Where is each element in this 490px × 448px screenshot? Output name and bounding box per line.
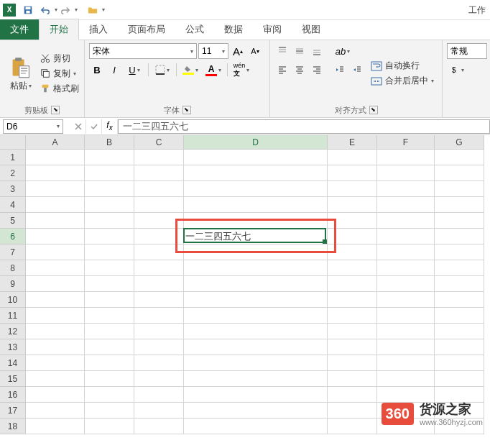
cell[interactable] (328, 403, 377, 419)
row-header[interactable]: 18 (0, 419, 26, 434)
paste-button[interactable]: 粘贴▾ (10, 80, 32, 92)
row-header[interactable]: 16 (0, 387, 26, 403)
cell[interactable] (26, 229, 85, 244)
cell[interactable] (377, 244, 435, 260)
cell[interactable] (328, 229, 377, 244)
cell[interactable] (134, 324, 184, 339)
tab-view[interactable]: 视图 (292, 19, 330, 40)
formula-input[interactable]: 一二三四五六七 (118, 119, 490, 134)
cell[interactable] (328, 292, 377, 308)
column-header[interactable]: C (134, 135, 184, 150)
cell[interactable] (377, 324, 435, 339)
cell[interactable] (435, 150, 484, 165)
cell[interactable] (328, 355, 377, 371)
cell[interactable] (328, 150, 377, 165)
row-header[interactable]: 8 (0, 260, 26, 276)
tab-formulas[interactable]: 公式 (175, 19, 214, 40)
tab-file[interactable]: 文件 (0, 19, 39, 40)
cell[interactable] (26, 371, 85, 387)
cell[interactable] (328, 419, 377, 434)
format-painter-button[interactable]: 格式刷 (40, 83, 79, 95)
align-left-button[interactable] (274, 62, 290, 78)
cell[interactable] (328, 165, 377, 181)
cell[interactable] (85, 419, 134, 434)
row-header[interactable]: 11 (0, 308, 26, 324)
cell[interactable] (85, 355, 134, 371)
cell[interactable] (435, 355, 484, 371)
cell[interactable] (85, 181, 134, 197)
cell[interactable] (435, 244, 484, 260)
enter-formula-button[interactable] (86, 119, 102, 134)
align-center-button[interactable] (292, 62, 308, 78)
font-size-select[interactable]: 11▾ (198, 43, 228, 59)
row-header[interactable]: 17 (0, 403, 26, 419)
align-middle-button[interactable] (292, 43, 308, 59)
cell[interactable] (435, 181, 484, 197)
cell[interactable] (85, 150, 134, 165)
cell[interactable] (134, 355, 184, 371)
cell[interactable] (377, 165, 435, 181)
orientation-button[interactable]: ab▾ (332, 43, 353, 59)
font-color-button[interactable]: A▾ (203, 62, 224, 78)
tab-insert[interactable]: 插入 (79, 19, 118, 40)
cell[interactable] (377, 229, 435, 244)
cell[interactable] (184, 181, 328, 197)
clipboard-launcher[interactable]: ⬊ (51, 106, 60, 114)
cell[interactable] (134, 419, 184, 434)
cell[interactable] (26, 150, 85, 165)
cell[interactable] (85, 324, 134, 339)
select-all-corner[interactable] (0, 135, 26, 150)
open-dropdown-icon[interactable]: ▾ (102, 6, 105, 13)
column-header[interactable]: A (26, 135, 85, 150)
cell[interactable] (26, 292, 85, 308)
cut-button[interactable]: 剪切 (40, 52, 79, 65)
row-header[interactable]: 3 (0, 181, 26, 197)
cell[interactable] (184, 213, 328, 229)
cell[interactable] (26, 276, 85, 292)
cell[interactable] (134, 165, 184, 181)
paste-icon[interactable] (10, 55, 32, 80)
align-launcher[interactable]: ⬊ (369, 106, 378, 114)
cell[interactable] (377, 292, 435, 308)
cell[interactable] (134, 387, 184, 403)
row-header[interactable]: 14 (0, 355, 26, 371)
cell[interactable] (184, 387, 328, 403)
cell[interactable] (184, 355, 328, 371)
cell[interactable] (184, 276, 328, 292)
row-header[interactable]: 10 (0, 292, 26, 308)
cell[interactable] (85, 339, 134, 355)
name-box[interactable]: D6▾ (3, 119, 63, 134)
cell[interactable] (85, 371, 134, 387)
cell[interactable] (328, 324, 377, 339)
cell[interactable] (184, 197, 328, 213)
align-right-button[interactable] (309, 62, 325, 78)
cell[interactable]: 一二三四五六七 (184, 229, 328, 244)
spreadsheet-grid[interactable]: ABCDEFG123456789101112131415161718一二三四五六… (0, 135, 490, 434)
cell[interactable] (328, 244, 377, 260)
wrap-text-button[interactable]: 自动换行 (371, 60, 434, 72)
cell[interactable] (435, 197, 484, 213)
row-header[interactable]: 12 (0, 324, 26, 339)
cell[interactable] (85, 197, 134, 213)
cell[interactable] (134, 260, 184, 276)
decrease-indent-button[interactable] (332, 62, 348, 78)
row-header[interactable]: 7 (0, 244, 26, 260)
cell[interactable] (328, 308, 377, 324)
cell[interactable] (85, 276, 134, 292)
decrease-font-button[interactable]: A▾ (247, 43, 263, 59)
cell[interactable] (435, 339, 484, 355)
cell[interactable] (328, 181, 377, 197)
phonetic-button[interactable]: wén文▾ (231, 62, 252, 78)
qat-open-button[interactable] (85, 2, 101, 18)
cell[interactable] (85, 244, 134, 260)
column-header[interactable]: D (184, 135, 328, 150)
column-header[interactable]: B (85, 135, 134, 150)
qat-save-button[interactable] (20, 2, 36, 18)
column-header[interactable]: G (435, 135, 484, 150)
cell[interactable] (134, 197, 184, 213)
cell[interactable] (435, 229, 484, 244)
cell[interactable] (85, 403, 134, 419)
cell[interactable] (377, 308, 435, 324)
cell[interactable] (184, 339, 328, 355)
font-launcher[interactable]: ⬊ (182, 106, 191, 114)
